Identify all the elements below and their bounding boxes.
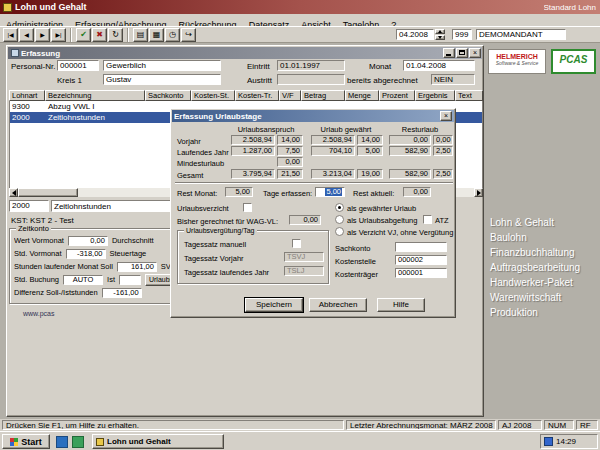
cross-icon: ✖ xyxy=(96,30,103,39)
lohnart-code-field[interactable]: 2000 xyxy=(9,200,49,212)
erfassung-title-bar[interactable]: Erfassung × xyxy=(8,47,482,59)
task-button[interactable]: Lohn und Gehalt xyxy=(92,434,224,449)
nav-next-button[interactable]: ▶ xyxy=(35,28,50,42)
tagessatz-manuell-checkbox[interactable] xyxy=(292,239,301,248)
col-bezeichnung[interactable]: Bezeichnung xyxy=(45,90,145,101)
save-button[interactable]: Speichern xyxy=(245,298,303,312)
mandant-name-field[interactable]: DEMOMANDANT xyxy=(476,29,566,40)
rest-monat-field: 5,00 xyxy=(225,187,253,197)
system-tray: 14:29 xyxy=(540,434,598,449)
refresh-icon: ↻ xyxy=(112,30,119,39)
kreis-label: Kreis 1 xyxy=(57,76,82,85)
nav-first-button[interactable]: |◀ xyxy=(3,28,18,42)
start-button[interactable]: Start xyxy=(2,434,50,449)
cancel-button[interactable]: Abbrechen xyxy=(309,298,367,312)
helmerich-name: HELMERICH xyxy=(489,53,545,60)
app-subtitle: Standard Lohn xyxy=(544,3,597,12)
col-kostentraeger[interactable]: Kosten-Tr. xyxy=(235,90,279,101)
period-spinner[interactable] xyxy=(435,29,445,40)
rest-aktuell-field: 0,00 xyxy=(403,187,431,197)
arrow-down-icon xyxy=(438,36,442,39)
gruppe-field[interactable]: Gewerblich xyxy=(103,60,221,71)
atz-label: ATZ xyxy=(435,216,449,225)
clock-icon: ◷ xyxy=(169,30,176,39)
sachkonto-field[interactable] xyxy=(395,242,447,252)
kreis-name-field[interactable]: Gustav xyxy=(103,74,221,85)
column-resturlaub: Resturlaub xyxy=(387,125,453,134)
scroll-left-button[interactable] xyxy=(9,188,18,197)
urlaubsverzicht-checkbox[interactable] xyxy=(243,203,252,212)
gesamt-rest-tage: 2,50 xyxy=(433,169,453,179)
help-button[interactable]: Hilfe xyxy=(377,298,425,312)
atz-checkbox[interactable] xyxy=(423,215,432,224)
std-buchung-field[interactable]: AUTO xyxy=(63,275,103,285)
calculator-button[interactable]: ▦ xyxy=(149,28,164,42)
start-label: Start xyxy=(21,436,42,448)
kostentraeger-field[interactable]: 000001 xyxy=(395,268,447,278)
tagessatz-manuell-label: Tagessatz manuell xyxy=(184,240,246,249)
wag-vl-field: 0,00 xyxy=(289,215,321,225)
monat-field[interactable]: 01.04.2008 xyxy=(403,60,475,71)
col-kostenstelle[interactable]: Kosten-St. xyxy=(191,90,235,101)
nav-last-button[interactable]: ▶| xyxy=(51,28,66,42)
personal-nr-field[interactable]: 000001 xyxy=(57,60,99,71)
tage-erfassen-field[interactable]: 5,00 xyxy=(315,187,345,197)
col-lohnart[interactable]: Lohnart xyxy=(9,90,45,101)
gesamt-rest-betrag: 582,90 xyxy=(389,169,431,179)
laufend-anspruch-tage: 7,50 xyxy=(277,146,303,156)
dialog-close-button[interactable]: × xyxy=(440,111,452,121)
cell-bezeichnung: Abzug VWL I xyxy=(46,101,146,112)
close-button[interactable]: × xyxy=(469,48,481,58)
spinner-down-button[interactable] xyxy=(435,35,445,40)
col-sachkonto[interactable]: Sachkonto xyxy=(145,90,191,101)
vorjahr-anspruch-tage: 14,00 xyxy=(277,135,303,145)
quick-launch-icon[interactable] xyxy=(72,436,84,448)
kostenstelle-field[interactable]: 000002 xyxy=(395,255,447,265)
ist-field[interactable] xyxy=(119,275,141,285)
cell-bezeichnung: Zeitlohnstunden xyxy=(46,112,146,123)
print-button[interactable]: ▤ xyxy=(133,28,148,42)
product-list: Lohn & Gehalt Baulohn Finanzbuchhaltung … xyxy=(490,215,598,320)
wert-vormonat-field[interactable]: 0,00 xyxy=(68,236,108,246)
stunden-soll-field[interactable]: 161,00 xyxy=(117,262,157,272)
dialog-title-bar[interactable]: Erfassung Urlaubstage × xyxy=(172,110,454,122)
quick-launch-icon[interactable] xyxy=(56,436,68,448)
mandant-number-field[interactable]: 999 xyxy=(452,29,472,40)
status-hint: Drücken Sie F1, um Hilfe zu erhalten. xyxy=(2,420,344,430)
steuertage-label: Steuertage xyxy=(110,249,147,258)
separator xyxy=(175,182,453,184)
vorjahr-rest-betrag: 0,00 xyxy=(389,135,431,145)
spinner-up-button[interactable] xyxy=(435,29,445,34)
col-text[interactable]: Text xyxy=(455,90,483,101)
refresh-button[interactable]: ↻ xyxy=(108,28,123,42)
col-vf[interactable]: V/F xyxy=(279,90,301,101)
scroll-thumb[interactable] xyxy=(18,188,78,197)
zeitkonto-title: Zeitkonto xyxy=(16,224,51,233)
website-text: www.pcas xyxy=(23,310,55,317)
tray-icon[interactable] xyxy=(544,437,553,446)
period-field[interactable]: 04.2008 xyxy=(396,29,434,40)
std-vormonat-field[interactable]: -318,00 xyxy=(66,249,106,259)
nav-prev-button[interactable]: ◀ xyxy=(19,28,34,42)
col-prozent[interactable]: Prozent xyxy=(379,90,415,101)
mindesturlaub-label: Mindesturlaub xyxy=(177,159,224,168)
maximize-button[interactable] xyxy=(456,48,468,58)
exit-button[interactable]: ↪ xyxy=(181,28,196,42)
scroll-right-button[interactable] xyxy=(474,188,483,197)
differenz-field[interactable]: -161,00 xyxy=(102,288,142,298)
rest-monat-label: Rest Monat: xyxy=(177,189,217,198)
delete-button[interactable]: ✖ xyxy=(92,28,107,42)
nav-next-icon: ▶ xyxy=(40,32,45,38)
monat-label: Monat xyxy=(369,62,391,71)
radio-verzicht-vj[interactable] xyxy=(335,227,344,236)
app-icon xyxy=(3,3,12,12)
col-betrag[interactable]: Betrag xyxy=(301,90,345,101)
radio-gewaehrter-urlaub[interactable] xyxy=(335,203,344,212)
col-ergebnis[interactable]: Ergebnis xyxy=(415,90,455,101)
main-title-bar[interactable]: Lohn und Gehalt Standard Lohn xyxy=(0,0,600,14)
confirm-button[interactable]: ✔ xyxy=(76,28,91,42)
radio-urlaubsabgeltung[interactable] xyxy=(335,215,344,224)
col-menge[interactable]: Menge xyxy=(345,90,379,101)
clock-button[interactable]: ◷ xyxy=(165,28,180,42)
minimize-button[interactable] xyxy=(443,48,455,58)
